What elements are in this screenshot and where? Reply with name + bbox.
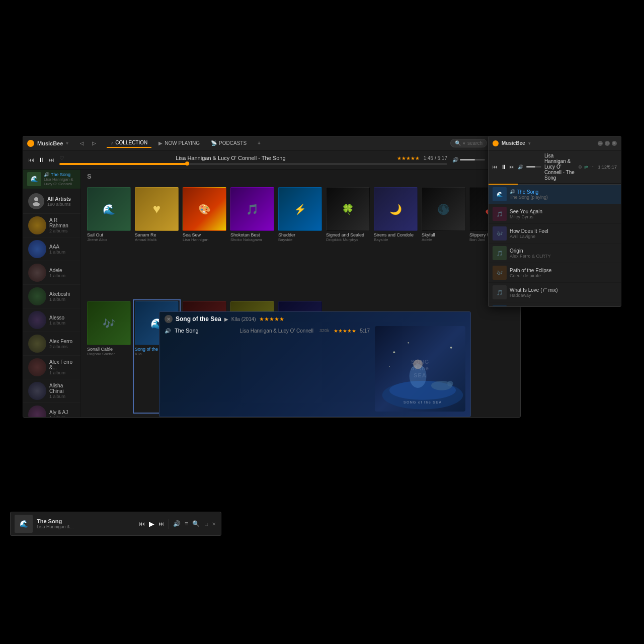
avatar-alex-ferro-clrty	[28, 358, 46, 376]
sidebar-all-artists[interactable]: All Artists 190 albums	[23, 189, 80, 214]
album-title-signed: Signed and Sealed	[326, 232, 370, 237]
queue-item-4[interactable]: 🎶 Path of the Eclipse Coeur de pirate	[489, 263, 621, 283]
rating-stars[interactable]: ★★★★★	[397, 155, 420, 161]
np-track-bitrate-0: 320k	[319, 328, 330, 333]
album-item-skyfall[interactable]: 🌑 Skyfall Adele	[422, 187, 465, 297]
sidebar-item-alex-ferro-clrty[interactable]: Alex Ferro &... 1 album	[23, 356, 80, 379]
queue-item-info-3: Origin Alex Ferro & CLRTY	[510, 248, 617, 259]
progress-handle[interactable]	[185, 162, 189, 166]
queue-item-artist-0: The Song (playing)	[510, 195, 617, 200]
np-track-row-0[interactable]: 🔊 The Song Lisa Hannigan & Lucy O' Conne…	[165, 326, 370, 335]
queue-item-5[interactable]: 🎵 What Is Love (7'' mix) Haddaway	[489, 283, 621, 302]
mini-search-button[interactable]: 🔍	[192, 520, 200, 527]
queue-window: MusicBee ▾ — □ ✕ ⏮ ⏸ ⏭ 🔊 Lisa Hannigan &…	[488, 136, 621, 307]
sidebar-item-akeboshi[interactable]: Akeboshi 1 album	[23, 285, 80, 308]
album-item-sirens[interactable]: 🌙 Sirens and Condole Bayside	[374, 187, 418, 297]
tab-podcasts[interactable]: 📡 PODCASTS	[207, 139, 251, 147]
back-button[interactable]: ◁	[77, 139, 87, 147]
queue-more-icon[interactable]: ⋯	[590, 165, 595, 170]
progress-bar-track[interactable]	[59, 163, 447, 165]
queue-icons: ⚙ ⇌ ⋯	[578, 165, 595, 170]
all-artists-count: 190 albums	[47, 202, 75, 207]
queue-cs-icon[interactable]: ⇌	[584, 165, 588, 170]
dropdown-arrow[interactable]: ▾	[66, 140, 68, 146]
sidebar-item-ar-rahman[interactable]: A R Rahman 2 albums	[23, 214, 80, 237]
volume-slider[interactable]: 🔊	[452, 157, 485, 163]
sidebar-item-alisha-chinai[interactable]: Alisha Chinai 1 album	[23, 379, 80, 403]
mini-skip-back-button[interactable]: ⏮	[139, 520, 145, 527]
avatar-ar-rahman	[28, 216, 46, 234]
artist-text-alex-ferro-clrty: Alex Ferro &... 1 album	[49, 359, 75, 375]
sidebar-item-aaa[interactable]: AAA 1 album	[23, 237, 80, 261]
album-item-shokotan[interactable]: 🎵 Shokotan Best Shoko Nakagawa	[230, 187, 274, 297]
sidebar-now-playing[interactable]: 🌊 🔊 The Song Lisa Hannigan & Lucy O' Con…	[23, 170, 80, 189]
np-track-name-0: The Song	[175, 328, 236, 334]
queue-maximize-button[interactable]: □	[605, 141, 610, 146]
album-item-sonali[interactable]: 🎶 Sonali Cable Raghav Sachar	[87, 301, 131, 412]
queue-thumb-0: 🌊	[493, 187, 507, 201]
queue-item-3[interactable]: 🎵 Origin Alex Ferro & CLRTY	[489, 244, 621, 263]
album-item-sanamre[interactable]: ♥ Sanam Re Amaal Malik	[135, 187, 179, 297]
pause-button[interactable]: ⏸	[38, 156, 44, 164]
tab-now-playing[interactable]: ▶ NOW PLAYING	[154, 139, 204, 147]
mini-window-controls: □ ✕	[204, 520, 217, 528]
sidebar-item-alesso[interactable]: Alesso 1 album	[23, 308, 80, 332]
mini-skip-forward-button[interactable]: ⏭	[158, 520, 165, 527]
np-dropdown-arrow[interactable]: ▶	[224, 316, 228, 322]
tab-add[interactable]: +	[254, 139, 265, 147]
queue-app-name: MusicBee	[502, 140, 525, 146]
sidebar-item-aly-aj[interactable]: Aly & AJ 1 album	[23, 403, 80, 417]
sidebar-item-alex-ferro[interactable]: Alex Ferro 2 albums	[23, 332, 80, 356]
np-close-button[interactable]: ✕	[165, 315, 173, 323]
queue-item-2[interactable]: 🎶 How Does It Feel Avril Lavigne	[489, 224, 621, 244]
queue-dropdown-arrow[interactable]: ▾	[528, 141, 531, 146]
album-item-sailout[interactable]: 🌊 Sail Out Jhené Aiko	[87, 187, 131, 297]
progress-bar-fill	[59, 163, 187, 165]
skip-back-button[interactable]: ⏮	[28, 156, 34, 164]
queue-item-info-5: What Is Love (7'' mix) Haddaway	[510, 287, 617, 298]
tab-collection[interactable]: ♪ COLLECTION	[107, 138, 151, 148]
queue-close-button[interactable]: ✕	[612, 141, 617, 146]
mini-playlist-button[interactable]: ≡	[185, 520, 188, 527]
np-body: 🔊 The Song Lisa Hannigan & Lucy O' Conne…	[159, 326, 470, 417]
artist-text-aly-aj: Aly & AJ 1 album	[49, 410, 75, 418]
svg-point-7	[447, 381, 453, 386]
mini-close-button[interactable]: ✕	[211, 520, 217, 528]
album-cover-shudder: ⚡	[278, 187, 322, 231]
queue-pause-button[interactable]: ⏸	[501, 164, 507, 171]
mini-album-thumb: 🌊	[15, 515, 33, 533]
queue-item-0[interactable]: 🌊 🔊 The Song The Song (playing)	[489, 185, 621, 204]
queue-eq-icon[interactable]: ⚙	[578, 165, 582, 170]
heart-button[interactable]: ♡	[59, 155, 64, 162]
mini-play-button[interactable]: ▶	[149, 520, 154, 528]
queue-thumb-5: 🎵	[493, 285, 507, 299]
queue-item-title-3: Origin	[510, 248, 617, 254]
queue-thumb-1: 🎵	[493, 207, 507, 221]
search-dropdown[interactable]: ▾	[463, 141, 465, 146]
search-box[interactable]: 🔍 ▾ search	[450, 139, 487, 147]
album-item-seasew[interactable]: 🎨 Sea Sew Lisa Hannigan	[183, 187, 226, 297]
queue-item-6[interactable]: 🎶 Hai Yehi Zindagi (feat. Salman Khan) […	[489, 302, 621, 306]
sidebar-item-adele[interactable]: Adele 1 album	[23, 261, 80, 285]
queue-skip-back-button[interactable]: ⏮	[493, 164, 498, 170]
queue-minimize-button[interactable]: —	[598, 141, 603, 146]
np-stars[interactable]: ★★★★★	[259, 316, 284, 323]
mini-volume-button[interactable]: 🔊	[173, 520, 181, 527]
forward-button[interactable]: ▷	[90, 139, 99, 147]
skip-forward-button[interactable]: ⏭	[48, 156, 54, 164]
artist-count-alisha-chinai: 1 album	[49, 394, 75, 399]
queue-skip-forward-button[interactable]: ⏭	[510, 164, 515, 170]
album-cover-signed: 🍀	[326, 187, 370, 231]
queue-vol-track[interactable]	[526, 166, 541, 168]
album-item-signed[interactable]: 🍀 Signed and Sealed Dropkick Murphys	[326, 187, 370, 297]
np-track-stars-0[interactable]: ★★★★★	[334, 328, 356, 334]
queue-item-1[interactable]: 🎵 See You Again Miley Cyrus	[489, 204, 621, 224]
np-track-artist-0: Lisa Hannigan & Lucy O' Connell	[240, 328, 313, 334]
mini-track-artist: Lisa Hannigan &...	[37, 524, 135, 529]
volume-track[interactable]	[460, 159, 485, 160]
mini-maximize-button[interactable]: □	[204, 520, 209, 528]
artist-text-alesso: Alesso 1 album	[49, 315, 75, 326]
album-item-shudder[interactable]: ⚡ Shudder Bayside	[278, 187, 322, 297]
queue-item-info-1: See You Again Miley Cyrus	[510, 209, 617, 219]
volume-fill	[460, 159, 475, 160]
